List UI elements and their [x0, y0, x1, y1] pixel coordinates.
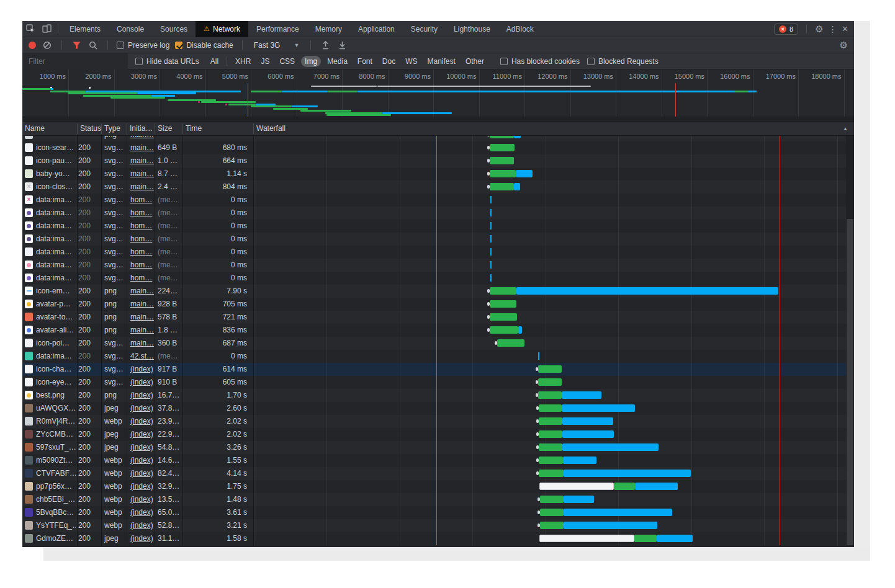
preserve-log-checkbox[interactable]: Preserve log — [117, 41, 169, 50]
table-row[interactable]: icon-cha…200svg…(index)917 B614 ms — [22, 363, 854, 376]
cell-initiator-link[interactable]: (index) — [130, 428, 156, 441]
tab-adblock[interactable]: AdBlock — [498, 21, 542, 37]
tab-security[interactable]: Security — [403, 21, 446, 37]
device-toolbar-icon[interactable] — [38, 21, 55, 37]
filter-type-xhr[interactable]: XHR — [232, 56, 254, 67]
cell-initiator-link[interactable]: 42.st… — [130, 350, 156, 363]
filter-type-img[interactable]: Img — [301, 56, 321, 67]
table-row[interactable]: uAWQGX…200jpeg(index)37.8…2.60 s — [22, 402, 854, 415]
scrollbar-thumb[interactable] — [847, 219, 853, 545]
table-row[interactable]: icon-eye…200svg…(index)910 B605 ms — [22, 376, 854, 389]
search-icon[interactable] — [88, 40, 99, 51]
vertical-scrollbar[interactable] — [846, 136, 854, 545]
cell-initiator-link[interactable]: (index) — [130, 480, 156, 493]
network-overview-timeline[interactable]: 1000 ms2000 ms3000 ms4000 ms5000 ms6000 … — [22, 69, 854, 122]
cell-initiator-link[interactable]: (index) — [130, 506, 156, 519]
cell-initiator-link[interactable]: main… — [130, 154, 156, 167]
tab-application[interactable]: Application — [350, 21, 403, 37]
blocked-requests-checkbox[interactable]: Blocked Requests — [587, 57, 659, 66]
tab-elements[interactable]: Elements — [61, 21, 109, 37]
table-row[interactable]: chb5EBi_…200webp(index)13.5…1.48 s — [22, 493, 854, 506]
table-row[interactable]: R0mVj4R…200webp(index)23.9…2.02 s — [22, 415, 854, 428]
cell-initiator-link[interactable]: main… — [130, 141, 156, 154]
hide-data-urls-checkbox[interactable]: Hide data URLs — [135, 57, 199, 66]
table-row[interactable]: YsYTFEq_…200webp(index)52.8…3.21 s — [22, 519, 854, 532]
cell-initiator-link[interactable]: (index) — [130, 376, 156, 389]
cell-initiator-link[interactable]: (index) — [130, 402, 156, 415]
cell-initiator-link[interactable]: (index) — [130, 441, 156, 454]
cell-initiator-link[interactable]: hom… — [130, 246, 156, 259]
cell-initiator-link[interactable]: (index) — [130, 467, 156, 480]
table-row[interactable]: avatar-ali…200pngmain…1.8 …836 ms — [22, 324, 854, 337]
record-button[interactable] — [29, 42, 36, 49]
table-row[interactable]: data:ima…200svg…hom…(me…0 ms — [22, 207, 854, 220]
table-row[interactable]: best.png200png(index)16.7…1.70 s — [22, 389, 854, 402]
table-row[interactable]: avatar-p…200pngmain…928 B705 ms — [22, 298, 854, 311]
settings-gear-icon[interactable]: ⚙ — [815, 24, 823, 35]
disable-cache-checkbox[interactable]: Disable cache — [175, 41, 233, 50]
throttling-select[interactable]: Fast 3G ▼ — [251, 41, 302, 50]
table-row[interactable]: ×data:ima…200svg…hom…(me…0 ms — [22, 194, 854, 207]
table-row[interactable]: icon-poi…200svg…main…360 B687 ms — [22, 337, 854, 350]
table-row[interactable]: data:ima…200svg…hom…(me…0 ms — [22, 220, 854, 233]
tab-network[interactable]: ⚠Network — [196, 21, 248, 37]
import-har-icon[interactable] — [320, 40, 331, 51]
cell-initiator-link[interactable]: hom… — [130, 194, 156, 207]
table-row[interactable]: pp7p56x…200webp(index)32.9…1.75 s — [22, 480, 854, 493]
table-row[interactable]: icon-pau…200svg…main…1.0 …664 ms — [22, 154, 854, 167]
cell-initiator-link[interactable]: (index) — [130, 454, 156, 467]
clear-icon[interactable] — [42, 40, 53, 51]
table-row[interactable]: ×icon-clos…200svg…main…2.4 …804 ms — [22, 180, 854, 194]
column-header-initia[interactable]: Initia… — [130, 122, 153, 136]
table-row[interactable]: CTVFABF…200webp(index)82.4…4.14 s — [22, 467, 854, 480]
tab-console[interactable]: Console — [109, 21, 152, 37]
filter-type-other[interactable]: Other — [462, 56, 488, 67]
cell-initiator-link[interactable]: main… — [130, 324, 156, 337]
table-row[interactable]: GdmoZE…200jpeg(index)31.1…1.58 s — [22, 532, 854, 545]
table-row[interactable]: icon-em…200pngmain…224…7.90 s — [22, 285, 854, 298]
cell-initiator-link[interactable]: main… — [130, 311, 156, 324]
filter-type-css[interactable]: CSS — [276, 56, 299, 67]
filter-type-manifest[interactable]: Manifest — [424, 56, 459, 67]
cell-initiator-link[interactable]: (index) — [130, 415, 156, 428]
table-row[interactable]: m5090Zt…200webp(index)14.6…1.55 s — [22, 454, 854, 467]
cell-initiator-link[interactable]: hom… — [130, 233, 156, 246]
cell-initiator-link[interactable]: main… — [130, 298, 156, 311]
filter-type-font[interactable]: Font — [354, 56, 376, 67]
table-row[interactable]: avatar-to…200pngmain…578 B721 ms — [22, 311, 854, 324]
column-header-type[interactable]: Type — [104, 122, 120, 136]
tab-memory[interactable]: Memory — [307, 21, 350, 37]
filter-input[interactable] — [22, 53, 128, 69]
filter-type-media[interactable]: Media — [323, 56, 351, 67]
table-row[interactable]: ZYcCMB…200jpeg(index)22.9…2.02 s — [22, 428, 854, 441]
filter-type-all[interactable]: All — [207, 56, 222, 67]
kebab-menu-icon[interactable]: ⋮ — [829, 24, 837, 34]
table-row-partial[interactable]: pngmain… — [22, 136, 854, 141]
table-row[interactable]: 597sxuT_…200jpeg(index)54.8…3.26 s — [22, 441, 854, 454]
filter-type-doc[interactable]: Doc — [379, 56, 399, 67]
cell-initiator-link[interactable]: main… — [130, 337, 156, 350]
cell-initiator-link[interactable]: main… — [130, 167, 156, 180]
tab-lighthouse[interactable]: Lighthouse — [446, 21, 498, 37]
column-header-time[interactable]: Time — [186, 122, 202, 136]
tab-performance[interactable]: Performance — [248, 21, 307, 37]
cell-initiator-link[interactable]: hom… — [130, 272, 156, 285]
cell-initiator-link[interactable]: (index) — [130, 363, 156, 376]
cell-initiator-link[interactable]: (index) — [130, 519, 156, 532]
column-header-waterfall[interactable]: Waterfall — [256, 122, 286, 136]
filter-type-ws[interactable]: WS — [402, 56, 421, 67]
cell-initiator-link[interactable]: hom… — [130, 259, 156, 272]
table-row[interactable]: data:ima…200svg…hom…(me…0 ms — [22, 233, 854, 246]
close-icon[interactable]: × — [842, 24, 848, 35]
cell-initiator-link[interactable]: hom… — [130, 207, 156, 220]
table-row[interactable]: 5BvqBBc…200webp(index)65.0…3.61 s — [22, 506, 854, 519]
tab-sources[interactable]: Sources — [152, 21, 196, 37]
table-row[interactable]: data:ima…200svg…hom…(me…0 ms — [22, 246, 854, 259]
export-har-icon[interactable] — [336, 40, 348, 51]
filter-funnel-icon[interactable] — [71, 40, 82, 51]
column-header-size[interactable]: Size — [158, 122, 172, 136]
network-conditions-gear-icon[interactable]: ⚙ — [840, 40, 848, 51]
cell-initiator-link[interactable]: (index) — [130, 493, 156, 506]
cell-initiator-link[interactable]: main… — [130, 136, 156, 141]
cell-initiator-link[interactable]: main… — [130, 180, 156, 194]
